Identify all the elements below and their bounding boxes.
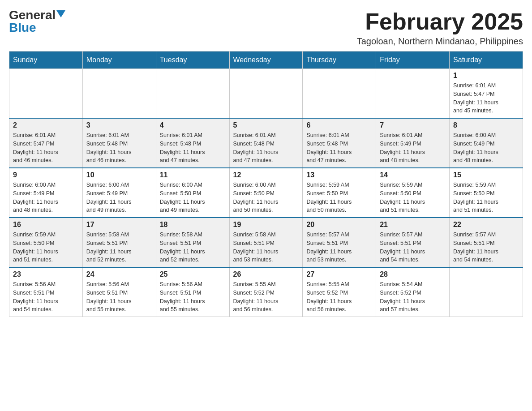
day-number: 27 [306, 270, 372, 278]
day-info: Sunrise: 5:59 AM Sunset: 5:50 PM Dayligh… [306, 181, 372, 214]
day-info: Sunrise: 5:59 AM Sunset: 5:50 PM Dayligh… [380, 181, 446, 214]
calendar-day-cell: 11Sunrise: 6:00 AM Sunset: 5:50 PM Dayli… [156, 168, 229, 218]
calendar-day-cell: 13Sunrise: 5:59 AM Sunset: 5:50 PM Dayli… [303, 168, 376, 218]
calendar-table: SundayMondayTuesdayWednesdayThursdayFrid… [9, 51, 523, 317]
calendar-week-row: 2Sunrise: 6:01 AM Sunset: 5:47 PM Daylig… [9, 118, 523, 168]
day-info: Sunrise: 6:01 AM Sunset: 5:48 PM Dayligh… [160, 131, 226, 165]
day-number: 1 [453, 72, 519, 80]
day-info: Sunrise: 6:01 AM Sunset: 5:48 PM Dayligh… [233, 131, 299, 165]
calendar-day-cell: 23Sunrise: 5:56 AM Sunset: 5:51 PM Dayli… [9, 267, 83, 317]
day-number: 14 [380, 171, 446, 179]
day-info: Sunrise: 5:55 AM Sunset: 5:52 PM Dayligh… [233, 280, 299, 314]
day-number: 11 [160, 171, 226, 179]
day-info: Sunrise: 6:01 AM Sunset: 5:48 PM Dayligh… [86, 131, 152, 165]
day-number: 4 [160, 121, 226, 129]
day-number: 15 [453, 171, 519, 179]
day-number: 22 [453, 221, 519, 229]
day-number: 3 [86, 121, 152, 129]
calendar-week-row: 9Sunrise: 6:00 AM Sunset: 5:49 PM Daylig… [9, 168, 523, 218]
calendar-day-cell: 18Sunrise: 5:58 AM Sunset: 5:51 PM Dayli… [156, 218, 229, 267]
calendar-week-row: 23Sunrise: 5:56 AM Sunset: 5:51 PM Dayli… [9, 267, 523, 317]
day-number: 16 [13, 221, 79, 229]
calendar-day-cell [9, 69, 83, 119]
day-number: 21 [380, 221, 446, 229]
location-title: Tagoloan, Northern Mindanao, Philippines [357, 36, 523, 47]
calendar-day-cell: 12Sunrise: 6:00 AM Sunset: 5:50 PM Dayli… [229, 168, 303, 218]
calendar-day-header: Friday [376, 51, 450, 69]
calendar-day-cell: 2Sunrise: 6:01 AM Sunset: 5:47 PM Daylig… [9, 118, 83, 168]
day-info: Sunrise: 5:56 AM Sunset: 5:51 PM Dayligh… [160, 280, 226, 314]
day-number: 7 [380, 121, 446, 129]
calendar-day-cell: 3Sunrise: 6:01 AM Sunset: 5:48 PM Daylig… [82, 118, 156, 168]
day-number: 25 [160, 270, 226, 278]
day-number: 19 [233, 221, 299, 229]
day-number: 17 [86, 221, 152, 229]
day-number: 12 [233, 171, 299, 179]
day-number: 24 [86, 270, 152, 278]
calendar-day-cell [376, 69, 450, 119]
calendar-day-cell: 15Sunrise: 5:59 AM Sunset: 5:50 PM Dayli… [450, 168, 523, 218]
calendar-day-cell: 28Sunrise: 5:54 AM Sunset: 5:52 PM Dayli… [376, 267, 450, 317]
calendar-day-cell: 6Sunrise: 6:01 AM Sunset: 5:48 PM Daylig… [303, 118, 376, 168]
day-number: 8 [453, 121, 519, 129]
calendar-day-cell: 10Sunrise: 6:00 AM Sunset: 5:49 PM Dayli… [82, 168, 156, 218]
calendar-day-cell: 24Sunrise: 5:56 AM Sunset: 5:51 PM Dayli… [82, 267, 156, 317]
calendar-day-header: Tuesday [156, 51, 229, 69]
calendar-day-cell: 4Sunrise: 6:01 AM Sunset: 5:48 PM Daylig… [156, 118, 229, 168]
calendar-day-cell: 21Sunrise: 5:57 AM Sunset: 5:51 PM Dayli… [376, 218, 450, 267]
calendar-day-header: Saturday [450, 51, 523, 69]
day-number: 23 [13, 270, 79, 278]
calendar-day-cell: 14Sunrise: 5:59 AM Sunset: 5:50 PM Dayli… [376, 168, 450, 218]
day-info: Sunrise: 6:01 AM Sunset: 5:47 PM Dayligh… [13, 131, 79, 165]
calendar-day-header: Sunday [9, 51, 83, 69]
calendar-day-cell: 9Sunrise: 6:00 AM Sunset: 5:49 PM Daylig… [9, 168, 83, 218]
day-info: Sunrise: 6:00 AM Sunset: 5:49 PM Dayligh… [453, 131, 519, 165]
day-info: Sunrise: 5:56 AM Sunset: 5:51 PM Dayligh… [13, 280, 79, 314]
calendar-day-header: Monday [82, 51, 156, 69]
calendar-day-cell: 20Sunrise: 5:57 AM Sunset: 5:51 PM Dayli… [303, 218, 376, 267]
month-title: February 2025 [357, 9, 523, 34]
calendar-day-cell [303, 69, 376, 119]
calendar-day-cell [229, 69, 303, 119]
day-info: Sunrise: 5:59 AM Sunset: 5:50 PM Dayligh… [453, 181, 519, 214]
calendar-day-header: Wednesday [229, 51, 303, 69]
day-info: Sunrise: 5:58 AM Sunset: 5:51 PM Dayligh… [233, 231, 299, 264]
day-number: 2 [13, 121, 79, 129]
calendar-day-cell [450, 267, 523, 317]
calendar-day-cell: 5Sunrise: 6:01 AM Sunset: 5:48 PM Daylig… [229, 118, 303, 168]
day-info: Sunrise: 5:55 AM Sunset: 5:52 PM Dayligh… [306, 280, 372, 314]
day-info: Sunrise: 6:00 AM Sunset: 5:49 PM Dayligh… [86, 181, 152, 214]
day-number: 5 [233, 121, 299, 129]
day-info: Sunrise: 5:58 AM Sunset: 5:51 PM Dayligh… [86, 231, 152, 264]
logo-triangle-icon [56, 10, 65, 17]
day-number: 13 [306, 171, 372, 179]
calendar-day-cell: 27Sunrise: 5:55 AM Sunset: 5:52 PM Dayli… [303, 267, 376, 317]
calendar-day-cell: 26Sunrise: 5:55 AM Sunset: 5:52 PM Dayli… [229, 267, 303, 317]
day-number: 10 [86, 171, 152, 179]
day-info: Sunrise: 6:01 AM Sunset: 5:48 PM Dayligh… [306, 131, 372, 165]
calendar-day-cell: 19Sunrise: 5:58 AM Sunset: 5:51 PM Dayli… [229, 218, 303, 267]
page-header: General Blue February 2025 Tagoloan, Nor… [9, 9, 523, 47]
logo-general-text: General [9, 9, 56, 21]
day-info: Sunrise: 6:00 AM Sunset: 5:50 PM Dayligh… [233, 181, 299, 214]
calendar-day-cell: 8Sunrise: 6:00 AM Sunset: 5:49 PM Daylig… [450, 118, 523, 168]
calendar-week-row: 1Sunrise: 6:01 AM Sunset: 5:47 PM Daylig… [9, 69, 523, 119]
day-info: Sunrise: 6:00 AM Sunset: 5:50 PM Dayligh… [160, 181, 226, 214]
calendar-week-row: 16Sunrise: 5:59 AM Sunset: 5:50 PM Dayli… [9, 218, 523, 267]
day-number: 18 [160, 221, 226, 229]
day-number: 28 [380, 270, 446, 278]
day-number: 26 [233, 270, 299, 278]
logo-blue-text: Blue [9, 21, 36, 34]
day-number: 6 [306, 121, 372, 129]
calendar-day-cell: 7Sunrise: 6:01 AM Sunset: 5:49 PM Daylig… [376, 118, 450, 168]
calendar-day-cell: 1Sunrise: 6:01 AM Sunset: 5:47 PM Daylig… [450, 69, 523, 119]
day-number: 20 [306, 221, 372, 229]
day-info: Sunrise: 5:54 AM Sunset: 5:52 PM Dayligh… [380, 280, 446, 314]
calendar-header-row: SundayMondayTuesdayWednesdayThursdayFrid… [9, 51, 523, 69]
day-info: Sunrise: 6:00 AM Sunset: 5:49 PM Dayligh… [13, 181, 79, 214]
calendar-day-cell: 16Sunrise: 5:59 AM Sunset: 5:50 PM Dayli… [9, 218, 83, 267]
day-info: Sunrise: 6:01 AM Sunset: 5:49 PM Dayligh… [380, 131, 446, 165]
calendar-day-cell: 22Sunrise: 5:57 AM Sunset: 5:51 PM Dayli… [450, 218, 523, 267]
day-number: 9 [13, 171, 79, 179]
day-info: Sunrise: 5:57 AM Sunset: 5:51 PM Dayligh… [453, 231, 519, 264]
